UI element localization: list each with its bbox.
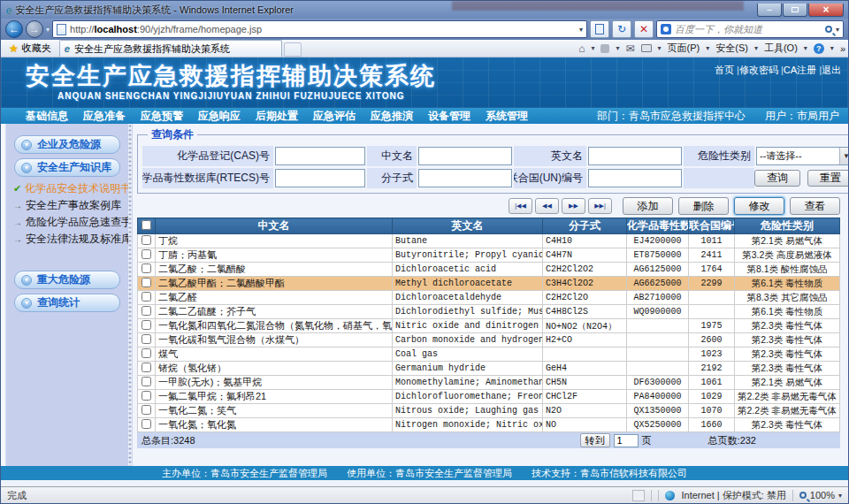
en-name-input[interactable] [588,147,682,165]
page-number-input[interactable] [614,434,639,447]
compatibility-view-button[interactable] [590,20,609,38]
close-button[interactable]: × [808,4,844,17]
row-checkbox[interactable] [142,405,151,415]
row-checkbox[interactable] [142,235,151,245]
table-row[interactable]: 一氧化氮；氧化氮Nitrogen monoxide; Nitric oxideN… [138,418,840,432]
cas-input[interactable] [275,147,365,165]
column-header[interactable]: 分子式 [543,218,627,234]
refresh-button[interactable]: ↻ [612,20,631,38]
table-row[interactable]: 丁烷ButaneC4H10EJ42000001011第2.1类 易燃气体 [138,234,840,248]
stop-button[interactable]: ✕ [634,20,654,38]
add-button[interactable]: 添加 [623,197,673,215]
table-row[interactable]: 一甲胺(无水)；氨基甲烷Monomethylamine; Aminomethan… [138,376,840,390]
last-page-button[interactable]: ▶▶| [588,198,612,214]
favorites-button[interactable]: ★ 收藏夹 [4,42,59,57]
table-row[interactable]: 煤气Coal gas1023第2.3类 毒性气体 [138,347,840,362]
zoom-dropdown-icon[interactable]: ▾ [838,492,842,500]
row-checkbox[interactable] [142,348,151,358]
nav-item[interactable]: 应急响应 [198,109,241,124]
row-checkbox[interactable] [142,263,151,273]
table-row[interactable]: 二氯乙酸甲酯；二氯醋酸甲酯Methyl dichloroacetateC3H4C… [138,277,840,291]
nav-item[interactable]: 设备管理 [428,109,470,124]
column-header[interactable]: 联合国编号 [689,218,735,234]
row-checkbox[interactable] [142,306,151,316]
table-row[interactable]: 一氟二氯甲烷；氟利昂21Dichlorofluoromethane; Freon… [138,390,840,404]
reset-button[interactable]: 重置 [807,170,848,187]
modify-button[interactable]: 修改 [734,197,784,215]
chevron-more-icon[interactable]: » [840,43,845,54]
prev-page-button[interactable]: ◀◀ [535,198,559,214]
feeds-icon[interactable] [600,44,609,53]
next-page-button[interactable]: ▶▶ [562,198,585,214]
maximize-button[interactable] [783,4,807,17]
row-checkbox[interactable] [142,419,151,429]
header-link[interactable]: 修改密码 [739,65,778,75]
table-row[interactable]: 锗烷（氢化锗）Germanium hydrideGeH42192第2.3类 毒性… [138,362,840,376]
nav-item[interactable]: 应急准备 [83,109,126,124]
sidebar-group-header[interactable]: ▾查询统计 [14,294,120,312]
table-row[interactable]: 一氧化碳和氢气混合物（水煤气）Carbon monoxide and hydro… [138,333,840,347]
address-dropdown-icon[interactable]: ▾ [579,26,583,34]
nav-item[interactable]: 应急评估 [313,109,356,124]
nav-item[interactable]: 应急预警 [141,109,183,124]
row-checkbox[interactable] [142,363,151,372]
column-header[interactable]: 中文名 [156,218,393,234]
row-checkbox[interactable] [142,377,151,386]
cn-name-input[interactable] [418,147,512,165]
un-number-input[interactable] [588,169,682,187]
nav-item[interactable]: 系统管理 [486,109,528,124]
first-page-button[interactable]: |◀◀ [509,198,532,214]
sidebar-item[interactable]: ✔化学品安全技术说明书 [6,180,128,197]
table-row[interactable]: 二氯二乙硫醚；芥子气Dichlorodiethyl sulfide; Musta… [138,305,840,319]
sidebar-group-header[interactable]: ▾企业及危险源 [14,135,120,154]
header-link[interactable]: CA注册 [784,65,816,75]
rtecs-input[interactable] [275,169,365,187]
menu-page[interactable]: 页面(P) [668,42,700,55]
view-button[interactable]: 查看 [790,197,840,215]
address-bar[interactable]: http://localhost:90/yjzh/frame/homepage.… [52,20,587,38]
sidebar-group-header[interactable]: ▾重大危险源 [14,271,120,289]
back-button[interactable]: ← [5,20,23,38]
zoom-control[interactable]: 100% ▾ [799,490,842,500]
search-icon[interactable] [825,26,832,33]
table-row[interactable]: 一氧化氮和四氧化二氮混合物（氮氧化物，硝基气，氧化氮气体）Nitric oxid… [138,319,840,333]
table-row[interactable]: 二氯乙酸；二氯醋酸Dichloroacetic acidC2H2Cl2O2AG6… [138,263,840,277]
new-tab-button[interactable] [284,42,302,57]
menu-tools[interactable]: 工具(O) [764,42,798,55]
column-header[interactable]: 危险性类别 [735,218,840,234]
nav-item[interactable]: 应急推演 [371,109,413,124]
mail-icon[interactable]: ✉ [626,42,635,55]
nav-item[interactable]: 基础信息 [26,109,68,124]
browser-tab[interactable]: e 安全生产应急救援指挥辅助决策系统 [59,40,282,57]
row-checkbox[interactable] [142,391,151,401]
header-link[interactable]: 首页 [715,65,734,75]
column-header[interactable]: 化学品毒性数据... [627,218,689,234]
delete-button[interactable]: 删除 [678,197,729,215]
search-box[interactable]: 百度一下，你就知道 ▾ [656,20,844,38]
sidebar-item[interactable]: →安全生产事故案例库 [6,197,128,214]
search-button[interactable]: 查询 [754,170,800,187]
home-icon[interactable]: ⌂ [578,42,585,55]
nav-item[interactable]: 后期处置 [256,109,298,124]
row-checkbox[interactable] [142,249,151,259]
minimize-button[interactable]: – [757,4,782,17]
row-checkbox[interactable] [142,334,151,344]
search-dropdown-icon[interactable]: ▾ [836,26,839,34]
menu-safety[interactable]: 安全(S) [715,42,748,55]
column-header[interactable]: 英文名 [393,218,543,234]
goto-page-button[interactable]: 转到 [580,433,610,447]
formula-input[interactable] [418,169,512,187]
forward-button[interactable]: → [26,20,43,38]
row-checkbox[interactable] [142,320,151,330]
sidebar-item[interactable]: →安全法律法规及标准库 [6,231,128,248]
header-link[interactable]: 退出 [822,65,841,75]
table-row[interactable]: 丁腈；丙基氰Butyronitrile; Propyl cyanideC4H7N… [138,248,840,263]
history-dropdown-icon[interactable]: ▾ [46,26,50,34]
print-icon[interactable] [641,44,652,52]
sidebar-item[interactable]: →危险化学品应急速查手... [6,214,128,231]
hazard-class-select[interactable]: --请选择-- ▼ [756,147,848,165]
sidebar-group-header[interactable]: ▾安全生产知识库 [14,158,120,177]
row-checkbox[interactable] [142,292,151,302]
select-all-checkbox[interactable] [142,220,151,230]
table-row[interactable]: 一氧化二氮；笑气Nitrous oxide; Laughing gasN2OQX… [138,404,840,418]
